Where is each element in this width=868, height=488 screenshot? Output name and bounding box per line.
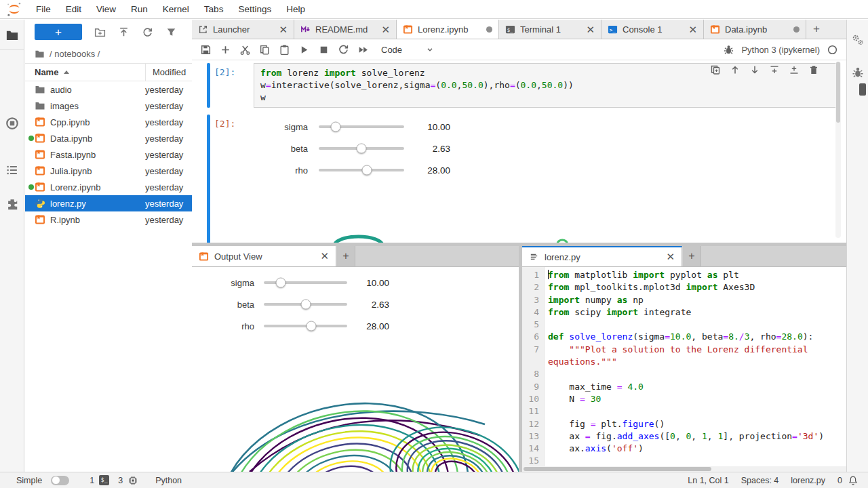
cut-cell-icon[interactable] bbox=[239, 44, 251, 56]
move-cell-down-icon[interactable] bbox=[749, 64, 760, 75]
cursor-position[interactable]: Ln 1, Col 1 bbox=[688, 476, 728, 485]
simple-mode-toggle[interactable] bbox=[51, 476, 69, 485]
move-cell-up-icon[interactable] bbox=[730, 64, 741, 75]
file-browser-icon[interactable] bbox=[5, 28, 19, 42]
output-collapser[interactable] bbox=[207, 115, 210, 243]
tab-console-1[interactable]: >_Console 1✕ bbox=[601, 20, 704, 39]
file-row-julia-ipynb[interactable]: Julia.ipynbyesterday bbox=[25, 163, 192, 179]
add-tab-button[interactable]: + bbox=[806, 20, 827, 39]
add-cell-icon[interactable] bbox=[220, 44, 231, 56]
file-row-cpp-ipynb[interactable]: Cpp.ipynbyesterday bbox=[25, 114, 192, 130]
breadcrumb[interactable]: / notebooks / bbox=[25, 44, 192, 63]
file-row-fasta-ipynb[interactable]: Fasta.ipynbyesterday bbox=[25, 146, 192, 163]
tab-lorenz-ipynb[interactable]: Lorenz.ipynb bbox=[397, 20, 499, 39]
file-row-lorenz-py[interactable]: lorenz.pyyesterday bbox=[25, 195, 192, 211]
dirty-indicator[interactable] bbox=[486, 26, 492, 33]
slider-handle[interactable] bbox=[275, 278, 285, 288]
slider-track[interactable] bbox=[319, 125, 404, 128]
dirty-indicator[interactable] bbox=[793, 26, 800, 33]
terminals-count[interactable]: 1 bbox=[90, 476, 94, 485]
scrollbar-thumb[interactable] bbox=[859, 83, 866, 96]
slider-handle[interactable] bbox=[300, 300, 311, 310]
insert-cell-below-icon[interactable] bbox=[789, 64, 800, 75]
spaces-indicator[interactable]: Spaces: 4 bbox=[741, 476, 779, 485]
modified-column-header[interactable]: Modified bbox=[145, 64, 192, 81]
close-icon[interactable]: ✕ bbox=[279, 24, 288, 35]
close-icon[interactable]: ✕ bbox=[688, 24, 697, 35]
tab-lorenz-py[interactable]: lorenz.py ✕ bbox=[522, 246, 682, 266]
cell-type-select[interactable]: Code bbox=[381, 45, 435, 55]
slider-handle[interactable] bbox=[361, 165, 372, 176]
menu-tabs[interactable]: Tabs bbox=[197, 0, 231, 18]
debugger-bug-icon[interactable] bbox=[723, 44, 734, 56]
duplicate-cell-icon[interactable] bbox=[710, 64, 721, 75]
filter-icon[interactable] bbox=[165, 26, 177, 38]
close-icon[interactable]: ✕ bbox=[381, 24, 390, 35]
slider-track[interactable] bbox=[319, 169, 404, 171]
tab-output-view[interactable]: Output View ✕ bbox=[192, 246, 336, 266]
tab-terminal-1[interactable]: $_Terminal 1✕ bbox=[499, 20, 601, 39]
add-tab-button[interactable]: + bbox=[683, 246, 701, 266]
bell-icon[interactable] bbox=[848, 475, 859, 486]
new-launcher-button[interactable]: + bbox=[35, 24, 82, 40]
table-of-contents-icon[interactable] bbox=[5, 163, 19, 177]
menu-settings[interactable]: Settings bbox=[231, 0, 279, 18]
file-row-data-ipynb[interactable]: Data.ipynbyesterday bbox=[25, 130, 192, 146]
debugger-bug-icon[interactable] bbox=[851, 66, 865, 79]
menu-run[interactable]: Run bbox=[123, 0, 155, 18]
line-content: ax.axis('off') bbox=[545, 443, 846, 455]
slider-handle[interactable] bbox=[331, 122, 341, 132]
refresh-icon[interactable] bbox=[142, 26, 153, 38]
new-folder-icon[interactable] bbox=[94, 26, 106, 38]
extension-manager-icon[interactable] bbox=[5, 197, 19, 211]
menu-file[interactable]: File bbox=[28, 0, 58, 18]
close-icon[interactable]: ✕ bbox=[586, 24, 595, 35]
terminal-badge-icon[interactable]: $_ bbox=[99, 475, 109, 485]
slider-track[interactable] bbox=[319, 147, 404, 150]
close-icon[interactable]: ✕ bbox=[666, 251, 675, 263]
slider-track[interactable] bbox=[264, 281, 347, 284]
running-sessions-icon[interactable] bbox=[5, 117, 19, 130]
file-row-audio[interactable]: audioyesterday bbox=[25, 81, 192, 98]
paste-cell-icon[interactable] bbox=[279, 44, 290, 56]
file-row-lorenz-ipynb[interactable]: Lorenz.ipynbyesterday bbox=[25, 179, 192, 195]
tab-launcher[interactable]: Launcher✕ bbox=[192, 20, 294, 39]
tab-data-ipynb[interactable]: Data.ipynb bbox=[704, 20, 806, 39]
tab-readme-md[interactable]: README.md✕ bbox=[294, 20, 397, 39]
input-collapser[interactable] bbox=[207, 63, 210, 108]
insert-cell-above-icon[interactable] bbox=[769, 64, 780, 75]
slider-handle[interactable] bbox=[357, 144, 367, 154]
language-indicator[interactable]: Python bbox=[155, 476, 182, 485]
property-inspector-gears-icon[interactable] bbox=[851, 33, 865, 47]
notifications-count[interactable]: 0 bbox=[837, 476, 842, 485]
slider-handle[interactable] bbox=[307, 321, 317, 331]
kernels-count[interactable]: 3 bbox=[118, 476, 123, 485]
menu-help[interactable]: Help bbox=[279, 0, 313, 18]
delete-cell-icon[interactable] bbox=[808, 64, 819, 75]
close-icon[interactable]: ✕ bbox=[320, 250, 329, 262]
kernel-status-icon[interactable] bbox=[827, 44, 838, 56]
menu-kernel[interactable]: Kernel bbox=[155, 0, 197, 18]
restart-run-all-icon[interactable] bbox=[357, 44, 369, 56]
name-column-header[interactable]: Name bbox=[35, 67, 58, 77]
code-editor[interactable]: 1from matplotlib import pyplot as plt2fr… bbox=[522, 267, 846, 466]
kernel-chip-icon[interactable] bbox=[127, 475, 138, 486]
menu-edit[interactable]: Edit bbox=[58, 0, 89, 18]
kernel-name[interactable]: Python 3 (ipykernel) bbox=[741, 45, 820, 55]
notebook-content[interactable]: [2]: from lorenz import solve_lorenzw=in… bbox=[192, 60, 846, 243]
copy-cell-icon[interactable] bbox=[259, 44, 271, 56]
notebook-scrollbar[interactable] bbox=[835, 62, 841, 238]
horizontal-scrollbar[interactable] bbox=[522, 466, 846, 472]
stop-kernel-icon[interactable] bbox=[318, 44, 330, 56]
upload-icon[interactable] bbox=[118, 26, 130, 38]
file-list-header[interactable]: Name Modified bbox=[25, 63, 192, 81]
slider-track[interactable] bbox=[264, 325, 347, 327]
file-row-r-ipynb[interactable]: R.ipynbyesterday bbox=[25, 211, 192, 228]
run-cell-icon[interactable] bbox=[298, 44, 310, 56]
file-row-images[interactable]: imagesyesterday bbox=[25, 98, 192, 114]
restart-kernel-icon[interactable] bbox=[338, 44, 349, 56]
add-tab-button[interactable]: + bbox=[337, 246, 355, 266]
slider-track[interactable] bbox=[264, 303, 347, 306]
save-icon[interactable] bbox=[200, 44, 212, 56]
menu-view[interactable]: View bbox=[89, 0, 123, 18]
